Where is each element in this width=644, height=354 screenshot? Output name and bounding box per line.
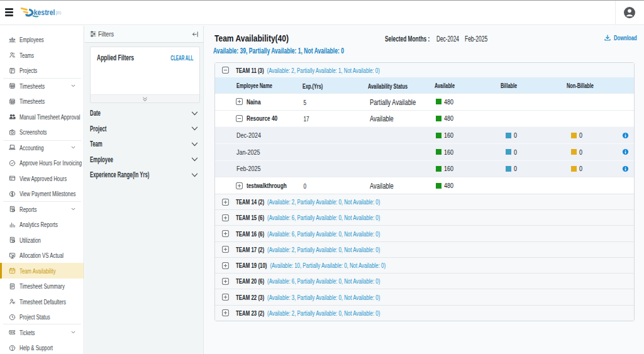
svg-text:kestrel: kestrel [34, 8, 55, 17]
svg-text:pro: pro [56, 9, 62, 16]
